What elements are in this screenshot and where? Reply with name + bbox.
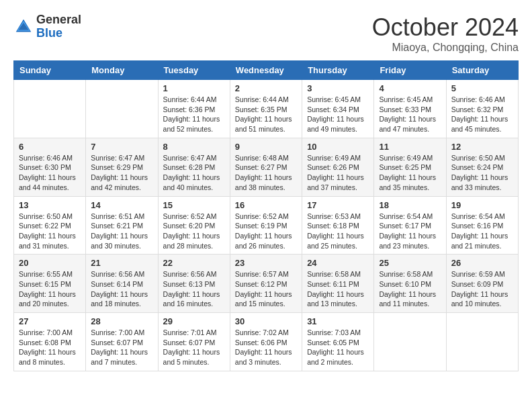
calendar-day-cell: 22Sunrise: 6:56 AM Sunset: 6:13 PM Dayli…	[158, 255, 230, 313]
day-number: 24	[307, 258, 369, 268]
day-number: 16	[235, 200, 297, 210]
calendar-day-cell: 10Sunrise: 6:49 AM Sunset: 6:26 PM Dayli…	[302, 138, 374, 196]
day-of-week-header: Monday	[86, 61, 158, 80]
calendar-day-cell: 2Sunrise: 6:44 AM Sunset: 6:35 PM Daylig…	[230, 80, 302, 138]
day-number: 26	[451, 258, 513, 268]
calendar-day-cell: 4Sunrise: 6:45 AM Sunset: 6:33 PM Daylig…	[374, 80, 446, 138]
day-info: Sunrise: 6:54 AM Sunset: 6:17 PM Dayligh…	[379, 212, 441, 251]
day-number: 28	[91, 316, 152, 326]
day-info: Sunrise: 7:00 AM Sunset: 6:08 PM Dayligh…	[19, 328, 81, 367]
day-number: 12	[451, 142, 513, 152]
day-info: Sunrise: 6:50 AM Sunset: 6:24 PM Dayligh…	[451, 153, 513, 193]
day-number: 18	[379, 200, 441, 210]
day-number: 30	[235, 316, 297, 326]
day-info: Sunrise: 6:51 AM Sunset: 6:21 PM Dayligh…	[91, 212, 152, 251]
calendar-week-row: 6Sunrise: 6:46 AM Sunset: 6:30 PM Daylig…	[14, 138, 519, 196]
day-number: 19	[451, 200, 513, 210]
logo: General Blue	[13, 13, 81, 40]
day-info: Sunrise: 6:59 AM Sunset: 6:09 PM Dayligh…	[451, 269, 513, 309]
day-info: Sunrise: 7:03 AM Sunset: 6:05 PM Dayligh…	[307, 328, 369, 367]
day-number: 29	[163, 316, 225, 326]
day-number: 7	[91, 142, 152, 152]
calendar-week-row: 20Sunrise: 6:55 AM Sunset: 6:15 PM Dayli…	[14, 255, 519, 313]
day-of-week-header: Sunday	[14, 61, 86, 80]
calendar-day-cell: 18Sunrise: 6:54 AM Sunset: 6:17 PM Dayli…	[374, 196, 446, 255]
day-number: 1	[163, 83, 225, 93]
day-number: 31	[307, 316, 369, 326]
day-number: 14	[91, 200, 152, 210]
calendar-day-cell: 17Sunrise: 6:53 AM Sunset: 6:18 PM Dayli…	[302, 196, 374, 255]
day-of-week-header: Thursday	[302, 61, 374, 80]
calendar-day-cell: 26Sunrise: 6:59 AM Sunset: 6:09 PM Dayli…	[446, 255, 518, 313]
day-number: 22	[163, 258, 225, 268]
calendar-day-cell: 9Sunrise: 6:48 AM Sunset: 6:27 PM Daylig…	[230, 138, 302, 196]
calendar-day-cell: 27Sunrise: 7:00 AM Sunset: 6:08 PM Dayli…	[14, 313, 86, 371]
calendar-day-cell	[446, 313, 518, 371]
day-info: Sunrise: 6:58 AM Sunset: 6:10 PM Dayligh…	[379, 269, 441, 309]
day-info: Sunrise: 6:44 AM Sunset: 6:36 PM Dayligh…	[163, 95, 225, 134]
calendar-day-cell: 1Sunrise: 6:44 AM Sunset: 6:36 PM Daylig…	[158, 80, 230, 138]
day-number: 15	[163, 200, 225, 210]
calendar-day-cell	[374, 313, 446, 371]
calendar-day-cell: 24Sunrise: 6:58 AM Sunset: 6:11 PM Dayli…	[302, 255, 374, 313]
calendar-day-cell: 5Sunrise: 6:46 AM Sunset: 6:32 PM Daylig…	[446, 80, 518, 138]
day-info: Sunrise: 6:46 AM Sunset: 6:32 PM Dayligh…	[451, 95, 513, 134]
day-number: 5	[451, 83, 513, 93]
calendar-day-cell: 14Sunrise: 6:51 AM Sunset: 6:21 PM Dayli…	[86, 196, 158, 255]
day-number: 17	[307, 200, 369, 210]
calendar-day-cell: 7Sunrise: 6:47 AM Sunset: 6:29 PM Daylig…	[86, 138, 158, 196]
day-info: Sunrise: 7:00 AM Sunset: 6:07 PM Dayligh…	[91, 328, 152, 367]
calendar-day-cell: 16Sunrise: 6:52 AM Sunset: 6:19 PM Dayli…	[230, 196, 302, 255]
day-info: Sunrise: 6:48 AM Sunset: 6:27 PM Dayligh…	[235, 153, 297, 193]
day-info: Sunrise: 6:57 AM Sunset: 6:12 PM Dayligh…	[235, 269, 297, 309]
day-info: Sunrise: 6:56 AM Sunset: 6:14 PM Dayligh…	[91, 269, 152, 309]
calendar-day-cell: 19Sunrise: 6:54 AM Sunset: 6:16 PM Dayli…	[446, 196, 518, 255]
day-info: Sunrise: 7:01 AM Sunset: 6:07 PM Dayligh…	[163, 328, 225, 367]
calendar-day-cell: 28Sunrise: 7:00 AM Sunset: 6:07 PM Dayli…	[86, 313, 158, 371]
day-info: Sunrise: 7:02 AM Sunset: 6:06 PM Dayligh…	[235, 328, 297, 367]
day-number: 10	[307, 142, 369, 152]
calendar-day-cell: 3Sunrise: 6:45 AM Sunset: 6:34 PM Daylig…	[302, 80, 374, 138]
day-info: Sunrise: 6:53 AM Sunset: 6:18 PM Dayligh…	[307, 212, 369, 251]
calendar-day-cell: 23Sunrise: 6:57 AM Sunset: 6:12 PM Dayli…	[230, 255, 302, 313]
day-info: Sunrise: 6:47 AM Sunset: 6:29 PM Dayligh…	[91, 153, 152, 193]
day-number: 3	[307, 83, 369, 93]
calendar-day-cell: 25Sunrise: 6:58 AM Sunset: 6:10 PM Dayli…	[374, 255, 446, 313]
calendar-day-cell: 8Sunrise: 6:47 AM Sunset: 6:28 PM Daylig…	[158, 138, 230, 196]
day-number: 25	[379, 258, 441, 268]
day-number: 2	[235, 83, 297, 93]
day-info: Sunrise: 6:45 AM Sunset: 6:33 PM Dayligh…	[379, 95, 441, 134]
calendar-week-row: 1Sunrise: 6:44 AM Sunset: 6:36 PM Daylig…	[14, 80, 519, 138]
location: Miaoya, Chongqing, China	[372, 42, 519, 54]
day-info: Sunrise: 6:45 AM Sunset: 6:34 PM Dayligh…	[307, 95, 369, 134]
day-info: Sunrise: 6:46 AM Sunset: 6:30 PM Dayligh…	[19, 153, 81, 193]
day-number: 13	[19, 200, 81, 210]
calendar-day-cell: 6Sunrise: 6:46 AM Sunset: 6:30 PM Daylig…	[14, 138, 86, 196]
day-number: 8	[163, 142, 225, 152]
month-title: October 2024	[372, 13, 519, 42]
calendar-day-cell: 31Sunrise: 7:03 AM Sunset: 6:05 PM Dayli…	[302, 313, 374, 371]
day-number: 23	[235, 258, 297, 268]
day-info: Sunrise: 6:52 AM Sunset: 6:19 PM Dayligh…	[235, 212, 297, 251]
day-of-week-header: Friday	[374, 61, 446, 80]
day-info: Sunrise: 6:55 AM Sunset: 6:15 PM Dayligh…	[19, 269, 81, 309]
calendar-day-cell: 15Sunrise: 6:52 AM Sunset: 6:20 PM Dayli…	[158, 196, 230, 255]
page-header: General Blue October 2024 Miaoya, Chongq…	[13, 13, 519, 54]
calendar-day-cell: 13Sunrise: 6:50 AM Sunset: 6:22 PM Dayli…	[14, 196, 86, 255]
day-info: Sunrise: 6:49 AM Sunset: 6:26 PM Dayligh…	[307, 153, 369, 193]
title-block: October 2024 Miaoya, Chongqing, China	[372, 13, 519, 54]
day-number: 9	[235, 142, 297, 152]
day-number: 11	[379, 142, 441, 152]
day-of-week-header: Tuesday	[158, 61, 230, 80]
calendar-day-cell: 20Sunrise: 6:55 AM Sunset: 6:15 PM Dayli…	[14, 255, 86, 313]
day-info: Sunrise: 6:49 AM Sunset: 6:25 PM Dayligh…	[379, 153, 441, 193]
calendar-day-cell: 29Sunrise: 7:01 AM Sunset: 6:07 PM Dayli…	[158, 313, 230, 371]
day-of-week-header: Wednesday	[230, 61, 302, 80]
day-of-week-header: Saturday	[446, 61, 518, 80]
day-info: Sunrise: 6:47 AM Sunset: 6:28 PM Dayligh…	[163, 153, 225, 193]
day-info: Sunrise: 6:50 AM Sunset: 6:22 PM Dayligh…	[19, 212, 81, 251]
calendar-day-cell: 30Sunrise: 7:02 AM Sunset: 6:06 PM Dayli…	[230, 313, 302, 371]
logo-blue: Blue	[36, 26, 62, 40]
calendar-day-cell: 11Sunrise: 6:49 AM Sunset: 6:25 PM Dayli…	[374, 138, 446, 196]
calendar-day-cell	[86, 80, 158, 138]
